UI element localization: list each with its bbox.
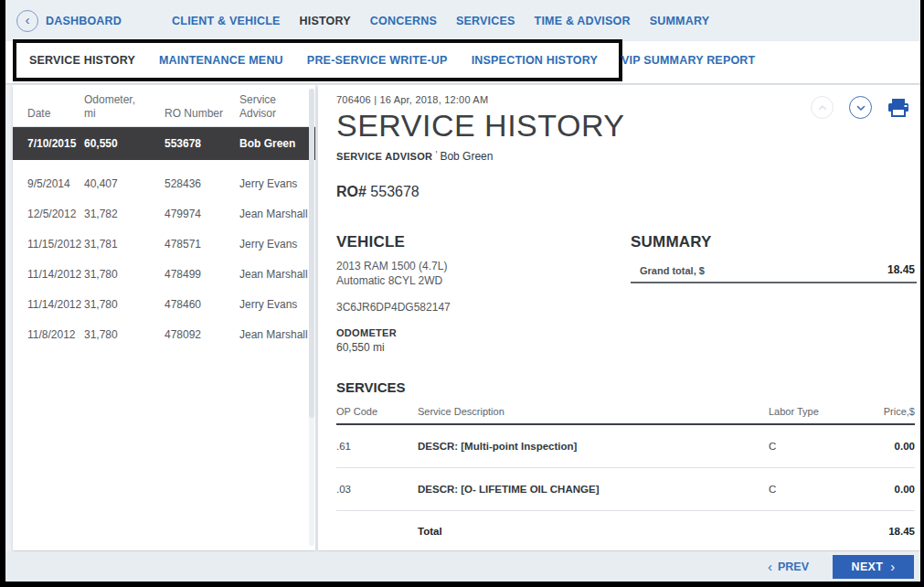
- col-price: Price,$: [865, 406, 915, 417]
- cell-advisor: Jean Marshall: [239, 268, 308, 281]
- cell-odometer: 40,407: [84, 177, 165, 190]
- prev-button[interactable]: ‹ PREV: [768, 559, 809, 574]
- service-history-screen: ‹ DASHBOARD CLIENT & VEHICLE HISTORY CON…: [0, 0, 924, 587]
- dashboard-back-button[interactable]: ‹ DASHBOARD: [16, 10, 122, 32]
- top-nav-tabs: CLIENT & VEHICLE HISTORY CONCERNS SERVIC…: [172, 15, 709, 27]
- cell-date: 11/8/2012: [27, 328, 84, 341]
- list-scrollbar: [309, 89, 314, 546]
- history-row[interactable]: 11/14/2012 31,780 478499 Jean Marshall: [13, 259, 315, 289]
- expand-down-button[interactable]: [849, 96, 872, 119]
- cell-ro: 479974: [165, 208, 239, 220]
- col-header-ro-number: RO Number: [165, 107, 239, 121]
- cell-odometer: 31,780: [84, 328, 165, 341]
- col-service-description: Service Description: [418, 406, 769, 417]
- chevron-down-icon: [855, 102, 866, 113]
- subtab-vip-summary-report[interactable]: VIP SUMMARY REPORT: [621, 54, 755, 67]
- chevron-left-icon: ‹: [768, 559, 772, 574]
- tab-summary[interactable]: SUMMARY: [650, 15, 710, 27]
- history-row-selected[interactable]: 7/10/2015 60,550 553678 Bob Green: [13, 127, 315, 160]
- vehicle-heading: VEHICLE: [336, 233, 631, 251]
- chevron-right-icon: ›: [890, 559, 895, 574]
- top-navigation: ‹ DASHBOARD CLIENT & VEHICLE HISTORY CON…: [5, 0, 920, 41]
- ro-number-line: RO# 553678: [336, 184, 917, 200]
- services-heading: SERVICES: [336, 379, 915, 395]
- subtab-maintenance-menu[interactable]: MAINTENANCE MENU: [159, 54, 283, 67]
- ro-value: 553678: [370, 184, 419, 199]
- history-row[interactable]: 11/14/2012 31,780 478460 Jerry Evans: [13, 289, 315, 319]
- history-row[interactable]: 12/5/2012 31,782 479974 Jean Marshall: [13, 198, 315, 229]
- cell-odometer: 31,780: [84, 268, 165, 281]
- service-history-list-panel: Date Odometer, mi RO Number Service Advi…: [13, 85, 315, 550]
- next-button[interactable]: NEXT ›: [833, 555, 914, 579]
- vehicle-summary-columns: VEHICLE 2013 RAM 1500 (4.7L) Automatic 8…: [336, 233, 917, 354]
- cell-date: 11/15/2012: [27, 238, 84, 251]
- cell-odometer: 60,550: [84, 137, 165, 150]
- grand-total-row: Grand total, $ 18.45: [631, 263, 917, 283]
- col-op-code: OP Code: [336, 406, 418, 417]
- summary-heading: SUMMARY: [631, 233, 917, 251]
- svc-price: 0.00: [865, 441, 915, 452]
- svc-labor-type: C: [769, 441, 865, 452]
- vehicle-section: VEHICLE 2013 RAM 1500 (4.7L) Automatic 8…: [336, 233, 631, 354]
- cell-ro: 478460: [165, 298, 239, 311]
- cell-advisor: Jerry Evans: [239, 298, 308, 311]
- grand-total-label: Grand total, $: [640, 265, 705, 276]
- cell-date: 11/14/2012: [27, 268, 84, 281]
- cell-ro: 478092: [165, 328, 239, 341]
- detail-header-actions: [811, 96, 909, 119]
- cell-date: 12/5/2012: [27, 208, 84, 220]
- cell-ro: 478571: [165, 238, 239, 251]
- odometer-number: 60,550: [336, 341, 370, 354]
- vehicle-vin: 3C6JR6DP4DG582147: [336, 301, 631, 314]
- footer-pagination: ‹ PREV NEXT ›: [5, 551, 920, 582]
- tab-client-vehicle[interactable]: CLIENT & VEHICLE: [172, 15, 280, 27]
- dashboard-back-label: DASHBOARD: [46, 15, 122, 27]
- cell-odometer: 31,780: [84, 298, 165, 311]
- cell-date: 11/14/2012: [27, 298, 84, 311]
- service-advisor-value: Bob Green: [440, 150, 493, 163]
- ro-label: RO#: [336, 184, 366, 199]
- print-button[interactable]: [887, 98, 909, 118]
- services-total-row: Total 18.45: [336, 511, 915, 550]
- svc-op-code: .61: [336, 441, 418, 452]
- subtab-pre-service-write-up[interactable]: PRE-SERVICE WRITE-UP: [307, 54, 448, 67]
- svc-price: 0.00: [865, 484, 915, 495]
- tab-concerns[interactable]: CONCERNS: [370, 15, 437, 27]
- service-row: .61 DESCR: [Multi-point Inspection] C 0.…: [336, 425, 915, 468]
- annotation-highlight-box: SERVICE HISTORY MAINTENANCE MENU PRE-SER…: [13, 39, 622, 81]
- history-sub-toolbar: SERVICE HISTORY MAINTENANCE MENU PRE-SER…: [5, 41, 920, 83]
- list-header: Date Odometer, mi RO Number Service Advi…: [13, 85, 315, 127]
- collapse-up-button[interactable]: [811, 96, 834, 119]
- vehicle-line2: Automatic 8CYL 2WD: [336, 274, 631, 289]
- svc-op-code: .03: [336, 484, 418, 495]
- history-row[interactable]: 11/15/2012 31,781 478571 Jerry Evans: [13, 229, 315, 259]
- cell-advisor: Bob Green: [239, 137, 308, 150]
- grand-total-value: 18.45: [887, 263, 915, 276]
- history-row[interactable]: 11/8/2012 31,780 478092 Jean Marshall: [13, 319, 315, 349]
- cell-advisor: Jean Marshall: [239, 328, 308, 341]
- services-total-value: 18.45: [865, 526, 915, 537]
- cell-date: 9/5/2014: [27, 177, 84, 190]
- service-row: .03 DESCR: [O- LIFETIME OIL CHANGE] C 0.…: [336, 468, 915, 511]
- tab-history[interactable]: HISTORY: [300, 15, 351, 27]
- tab-time-advisor[interactable]: TIME & ADVISOR: [535, 15, 631, 27]
- cell-advisor: Jerry Evans: [239, 177, 308, 190]
- advisor-separator: ': [435, 150, 437, 160]
- tab-services[interactable]: SERVICES: [456, 15, 515, 27]
- odometer-label: ODOMETER: [336, 327, 631, 338]
- prev-label: PREV: [778, 560, 809, 573]
- svc-description: DESCR: [Multi-point Inspection]: [418, 441, 769, 452]
- col-header-odometer: Odometer, mi: [84, 93, 165, 121]
- cell-advisor: Jean Marshall: [239, 208, 308, 220]
- next-label: NEXT: [852, 560, 884, 573]
- scrollbar-thumb[interactable]: [309, 89, 314, 418]
- subtab-inspection-history[interactable]: INSPECTION HISTORY: [472, 54, 598, 67]
- cell-advisor: Jerry Evans: [239, 238, 308, 251]
- subtab-service-history[interactable]: SERVICE HISTORY: [29, 54, 135, 67]
- cell-ro: 553678: [165, 137, 239, 150]
- history-row[interactable]: 9/5/2014 40,407 528436 Jerry Evans: [13, 168, 315, 198]
- printer-icon: [887, 98, 909, 118]
- services-section: SERVICES OP Code Service Description Lab…: [336, 379, 917, 550]
- svc-labor-type: C: [769, 484, 865, 495]
- chevron-left-circle-icon: ‹: [16, 10, 38, 32]
